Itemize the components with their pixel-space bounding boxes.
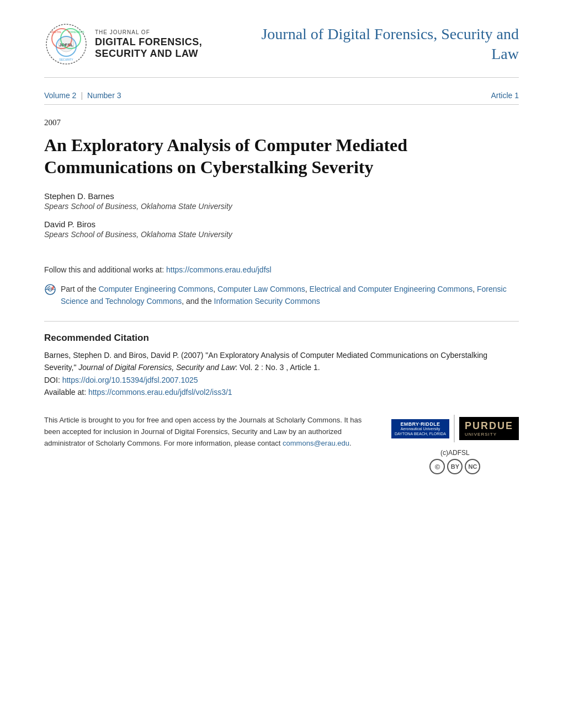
footer-text: This Article is brought to you for free … — [44, 415, 369, 449]
nav-left: Volume 2 | Number 3 — [44, 91, 121, 100]
number-link[interactable]: Number 3 — [87, 91, 121, 100]
follow-section: Follow this and additional works at: htt… — [44, 265, 519, 274]
network-icon — [44, 283, 56, 296]
purdue-logo: PURDUE UNIVERSITY — [459, 417, 519, 440]
available-label: Available at: — [44, 388, 88, 397]
author-2: David P. Biros Spears School of Business… — [44, 220, 519, 239]
journal-venn-logo: JDFSL DIGITAL FORENSICS SECURITY — [44, 22, 88, 66]
author-2-name: David P. Biros — [44, 220, 519, 229]
article-link[interactable]: Article 1 — [491, 91, 519, 100]
commons-link-5[interactable]: Information Security Commons — [214, 297, 320, 306]
embry-riddle-logo: EMBRY·RIDDLE Aeronautical University DAY… — [391, 419, 449, 439]
cc-label: (c)ADFSL — [440, 449, 470, 457]
commons-link-3[interactable]: Electrical and Computer Engineering Comm… — [310, 285, 473, 293]
footer-contact-link[interactable]: commons@erau.edu — [283, 439, 349, 447]
logo-separator — [454, 415, 455, 442]
logo-main-text: Digital Forensics, Security and Law — [95, 36, 202, 59]
author-1: Stephen D. Barnes Spears School of Busin… — [44, 191, 519, 211]
journal-title-header[interactable]: Journal of Digital Forensics, Security a… — [245, 24, 519, 65]
embry-purdue-logo: EMBRY·RIDDLE Aeronautical University DAY… — [391, 415, 519, 442]
follow-text: Follow this and additional works at: — [44, 265, 166, 274]
footer-section: This Article is brought to you for free … — [44, 415, 519, 474]
svg-text:FORENSICS: FORENSICS — [68, 30, 84, 34]
part-of-section: Part of the Computer Engineering Commons… — [44, 283, 519, 308]
journal-logo-area: JDFSL DIGITAL FORENSICS SECURITY The Jou… — [44, 22, 232, 66]
svg-text:DIGITAL: DIGITAL — [51, 30, 61, 34]
logo-small-text: The Journal of — [95, 29, 202, 35]
nav-separator: | — [81, 91, 83, 100]
recommended-body: Barnes, Stephen D. and Biros, David P. (… — [44, 349, 519, 399]
footer-suffix: . — [349, 439, 352, 447]
cc-icons: © BY NC — [429, 459, 480, 474]
commons-link-1[interactable]: Computer Engineering Commons — [98, 285, 213, 293]
citation-journal-title: Journal of Digital Forensics, Security a… — [78, 363, 235, 372]
nc-icon: NC — [465, 459, 480, 474]
purdue-text: PURDUE UNIVERSITY — [459, 417, 519, 440]
by-icon: BY — [447, 459, 463, 474]
part-of-intro: Part of the — [61, 285, 98, 293]
volume-link[interactable]: Volume 2 — [44, 91, 76, 100]
embry-text-2: Aeronautical University — [395, 427, 446, 431]
author-1-name: Stephen D. Barnes — [44, 191, 519, 201]
follow-link[interactable]: https://commons.erau.edu/jdfsl — [166, 265, 272, 274]
author-2-affiliation: Spears School of Business, Oklahoma Stat… — [44, 230, 519, 239]
embry-text-1: EMBRY·RIDDLE — [395, 421, 446, 427]
recommended-title: Recommended Citation — [44, 333, 519, 344]
cc-icon: © — [429, 459, 445, 474]
recommended-section: Recommended Citation Barnes, Stephen D. … — [44, 333, 519, 399]
cc-license: (c)ADFSL © BY NC — [429, 449, 480, 474]
available-link[interactable]: https://commons.erau.edu/jdfsl/vol2/iss3… — [88, 388, 232, 397]
author-1-affiliation: Spears School of Business, Oklahoma Stat… — [44, 202, 519, 211]
footer-logos: EMBRY·RIDDLE Aeronautical University DAY… — [391, 415, 519, 474]
doi-label: DOI: — [44, 376, 62, 384]
logo-text: The Journal of Digital Forensics, Securi… — [95, 29, 202, 59]
page-header: JDFSL DIGITAL FORENSICS SECURITY The Jou… — [44, 22, 519, 78]
divider-1 — [44, 321, 519, 322]
doi-link[interactable]: https://doi.org/10.15394/jdfsl.2007.1025 — [62, 376, 198, 384]
commons-link-2[interactable]: Computer Law Commons — [217, 285, 305, 293]
article-title: An Exploratory Analysis of Computer Medi… — [44, 134, 519, 178]
svg-text:SECURITY: SECURITY — [59, 58, 73, 61]
article-year: 2007 — [44, 118, 519, 127]
part-of-text: Part of the Computer Engineering Commons… — [61, 283, 519, 308]
embry-text-3: DAYTONA BEACH, FLORIDA — [395, 432, 446, 436]
nav-right: Article 1 — [491, 91, 519, 100]
nav-bar: Volume 2 | Number 3 Article 1 — [44, 87, 519, 105]
citation-volume-info: : Vol. 2 : No. 3 , Article 1. — [235, 363, 320, 372]
